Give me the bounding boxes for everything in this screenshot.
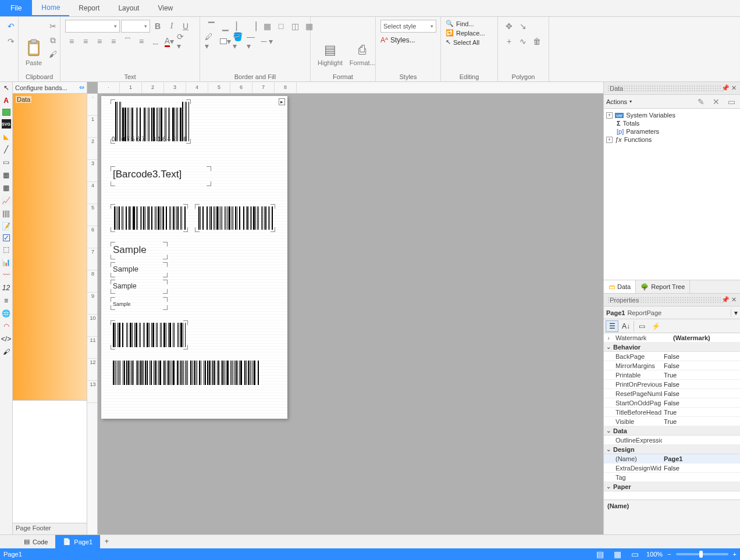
sample-text-4[interactable]: Sample (113, 299, 165, 308)
text-color-icon[interactable]: A ▾ (163, 35, 176, 48)
prop-pages-icon[interactable]: ▭ (635, 320, 648, 332)
view-mode-1-icon[interactable]: ▤ (594, 548, 607, 560)
prop-cat-paper[interactable]: ⌄Paper (604, 482, 740, 491)
band-options-icon[interactable]: ▸ (279, 98, 285, 105)
band-page-footer[interactable]: Page Footer (13, 523, 87, 534)
line-style-icon[interactable]: ─ ▾ (261, 35, 273, 48)
align-right-icon[interactable]: ≡ (93, 35, 106, 48)
add-page-button[interactable]: + (100, 535, 113, 548)
prop-sort-icon[interactable]: A↓ (620, 320, 632, 332)
barcode-code128-1[interactable]: document.write(Array.from({length:60},(_… (113, 206, 186, 230)
zip-tool-icon[interactable]: ≡ (2, 296, 11, 305)
prop-cat-behavior[interactable]: ⌄Behavior (604, 343, 740, 352)
chevron-down-icon[interactable]: ▾ (731, 309, 740, 317)
prop-row[interactable]: PrintOnPreviousFalse (604, 380, 740, 389)
view-mode-3-icon[interactable]: ▭ (629, 548, 642, 560)
tree-totals[interactable]: ΣTotals (617, 119, 738, 127)
cut-icon[interactable]: ✂ (47, 20, 59, 33)
sparkline-tool-icon[interactable]: 〰 (2, 270, 11, 280)
border-shadow-icon[interactable]: ◫ (289, 20, 301, 33)
prop-categorize-icon[interactable]: ☰ (606, 320, 618, 332)
tree-functions[interactable]: +ƒxFunctions (606, 135, 738, 144)
tab-data[interactable]: 🗃Data (604, 280, 636, 293)
checkbox-tool-icon[interactable]: ✓ (3, 234, 10, 241)
pin-icon-2[interactable]: 📌 ✕ (721, 296, 737, 304)
format-painter-icon[interactable]: 🖌 (47, 48, 59, 60)
view-mode-2-icon[interactable]: ▦ (611, 548, 624, 560)
prop-row[interactable]: VisibleTrue (604, 417, 740, 426)
html-tool-icon[interactable]: </> (2, 334, 11, 344)
align-center-icon[interactable]: ≡ (79, 35, 92, 48)
barcode-upc[interactable]: document.write(Array.from({length:56},(_… (113, 102, 188, 141)
pin-icon[interactable]: 📌 ✕ (721, 84, 737, 92)
poly-point-icon[interactable]: ↘ (517, 20, 529, 33)
valign-top-icon[interactable]: ⎴ (121, 35, 134, 48)
prop-cat-design[interactable]: ⌄Design (604, 445, 740, 454)
redo-icon[interactable]: ↷ (5, 35, 17, 48)
border-all-icon[interactable]: ▦ (261, 20, 273, 33)
border-left-icon[interactable]: ▏ (233, 20, 246, 33)
prop-events-icon[interactable]: ⚡ (649, 320, 662, 332)
action-delete-icon[interactable]: ✕ (710, 95, 723, 108)
italic-button[interactable]: I (165, 20, 178, 33)
font-size-combo[interactable]: ▾ (121, 20, 150, 33)
tree-system-variables[interactable]: +varSystem Variables (606, 111, 738, 119)
line-color-icon[interactable]: 🖊 ▾ (205, 35, 218, 48)
prop-row[interactable]: TitleBeforeHeadTrue (604, 408, 740, 417)
border-bottom-icon[interactable]: ▁ (219, 20, 232, 33)
sample-text-2[interactable]: Sample (113, 265, 165, 275)
pointer-tool-icon[interactable]: ↖ (2, 83, 11, 92)
canvas[interactable]: ·12345678 ·12345678910111213 ▸ document.… (87, 82, 603, 534)
richtext-tool-icon[interactable]: 📝 (2, 222, 11, 231)
tab-page1[interactable]: 📄Page1 (55, 535, 100, 548)
menu-view[interactable]: View (148, 0, 182, 16)
prop-row[interactable]: StartOnOddPagFalse (604, 398, 740, 408)
menu-report[interactable]: Report (69, 0, 109, 16)
band-data[interactable]: Data (13, 94, 87, 401)
border-top-icon[interactable]: ▔ (205, 20, 218, 33)
prop-row-name[interactable]: (Name)Page1 (604, 454, 740, 463)
sample-text-3[interactable]: Sample (113, 282, 165, 291)
prop-row[interactable]: MirrorMarginsFalse (604, 361, 740, 370)
poly-delete-icon[interactable]: 🗑 (531, 35, 543, 48)
copy-icon[interactable]: ⧉ (47, 34, 59, 47)
select-style-combo[interactable]: Select style▾ (380, 20, 436, 33)
underline-button[interactable]: U (179, 20, 192, 33)
rotate-icon[interactable]: ⟳ ▾ (177, 35, 190, 48)
valign-middle-icon[interactable]: ≡ (135, 35, 148, 48)
configure-bands-button[interactable]: Configure bands... ⇔ (13, 82, 87, 94)
zoom-in-button[interactable]: + (733, 551, 737, 558)
gauge-tool-icon[interactable]: 📊 (2, 258, 11, 267)
poly-add-icon[interactable]: + (503, 35, 515, 48)
sample-text-1[interactable]: Sample (113, 244, 165, 257)
prop-row-watermark[interactable]: ›Watermark(Watermark) (604, 333, 740, 343)
actions-label[interactable]: Actions (606, 98, 627, 105)
menu-file[interactable]: File (0, 0, 32, 16)
select-all-button[interactable]: ↖Select All (446, 38, 479, 46)
bold-button[interactable]: B (151, 20, 164, 33)
subreport-tool-icon[interactable]: ▭ (2, 158, 11, 167)
brush-tool-icon[interactable]: 🖌 (2, 347, 11, 356)
shape-tool-icon[interactable]: ◣ (2, 132, 11, 141)
highlight-button[interactable]: ▤ Highlight (315, 20, 345, 67)
prop-cat-data[interactable]: ⌄Data (604, 426, 740, 436)
picture-tool-icon[interactable] (2, 109, 10, 116)
replace-button[interactable]: 🔁Replace... (446, 29, 485, 37)
matrix-tool-icon[interactable]: ▦ (2, 183, 11, 192)
zoom-out-button[interactable]: − (667, 551, 671, 558)
property-object-selector[interactable]: Page1 ReportPage ▾ (604, 306, 740, 319)
barcode-tool-icon[interactable]: |||| (2, 209, 11, 218)
signature-tool-icon[interactable]: ◠ (2, 322, 11, 331)
prop-row[interactable]: ExtraDesignWidFalse (604, 463, 740, 473)
paste-button[interactable]: Paste (23, 20, 44, 67)
action-view-icon[interactable]: ▭ (725, 95, 738, 108)
styles-button[interactable]: Aᴬ Styles... (380, 36, 415, 44)
poly-bezier-icon[interactable]: ∿ (517, 35, 529, 48)
find-button[interactable]: 🔍Find... (446, 20, 474, 27)
prop-row[interactable]: OutlineExpressio (604, 436, 740, 445)
prop-row[interactable]: Tag (604, 473, 740, 482)
chart-tool-icon[interactable]: 📈 (2, 196, 11, 205)
line-tool-icon[interactable]: ╱ (2, 145, 11, 154)
tree-parameters[interactable]: [p]Parameters (617, 127, 738, 135)
digital-tool-icon[interactable]: 12 (2, 283, 11, 293)
